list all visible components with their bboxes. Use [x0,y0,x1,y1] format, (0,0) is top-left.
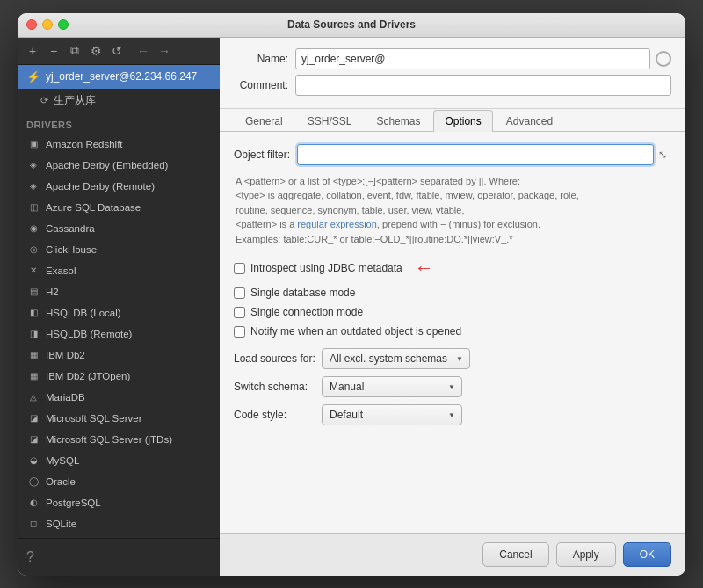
switch-schema-label: Switch schema: [234,381,322,393]
driver-item[interactable]: ✕Exasol [18,260,220,281]
driver-icon: ▣ [26,137,40,151]
tab-schemas[interactable]: Schemas [365,110,431,132]
driver-item[interactable]: ◐PostgreSQL [18,492,220,513]
tab-advanced[interactable]: Advanced [495,110,564,132]
object-filter-label: Object filter: [234,149,290,161]
driver-icon: ◨ [26,327,40,341]
sub-connection-item[interactable]: ⟳ 生产从库 [18,89,220,113]
single-conn-checkbox[interactable] [234,307,245,318]
single-db-label: Single database mode [250,287,355,299]
tab-ssh-ssl[interactable]: SSH/SSL [296,110,364,132]
help-button[interactable]: ? [18,542,220,572]
driver-item[interactable]: ◪Microsoft SQL Server [18,408,220,429]
dialog-window: Data Sources and Drivers + − ⧉ ⚙ ↺ ← → ⚡… [18,13,685,576]
maximize-button[interactable] [58,19,69,30]
driver-icon: ✕ [26,264,40,278]
notify-outdated-checkbox[interactable] [234,326,245,338]
tab-general[interactable]: General [234,110,294,132]
driver-icon: ◯ [26,475,40,489]
tabs-bar: General SSH/SSL Schemas Options Advanced [220,109,685,132]
driver-item[interactable]: ◈Apache Derby (Embedded) [18,155,220,176]
ok-button[interactable]: OK [623,542,671,567]
driver-item[interactable]: ▣Amazon Redshift [18,134,220,155]
driver-item[interactable]: ◉Cassandra [18,218,220,239]
close-button[interactable] [26,19,37,30]
regex-link[interactable]: regular expression [297,219,377,229]
introspect-jdbc-checkbox[interactable] [234,263,245,274]
name-row: Name: [234,48,671,69]
single-db-row: Single database mode [234,287,671,299]
tab-options[interactable]: Options [433,110,492,132]
sidebar-toolbar: + − ⧉ ⚙ ↺ ← → [18,38,220,65]
driver-name: IBM Db2 [46,350,85,360]
driver-icon: ◎ [26,243,40,257]
driver-name: PostgreSQL [46,497,101,508]
load-sources-select[interactable]: All excl. system schemas All Current sch… [322,348,470,369]
main-content: + − ⧉ ⚙ ↺ ← → ⚡ yj_order_server@62.234.6… [18,38,685,576]
driver-name: ClickHouse [46,244,97,255]
duplicate-connection-button[interactable]: ⧉ [65,41,84,61]
driver-name: Apache Derby (Remote) [46,181,155,192]
driver-item[interactable]: ◨HSQLDB (Remote) [18,323,220,345]
remove-connection-button[interactable]: − [44,41,63,61]
apply-button[interactable]: Apply [556,542,616,567]
driver-icon: ▤ [26,285,40,299]
introspect-jdbc-label: Introspect using JDBC metadata [250,262,402,274]
driver-icon: ◈ [26,158,40,172]
driver-icon: ▦ [26,369,40,383]
driver-name: Azure SQL Database [46,202,141,213]
driver-icon: ▦ [26,348,40,362]
refresh-button[interactable]: ↺ [107,41,127,61]
driver-item[interactable]: ◒MySQL [18,450,220,471]
driver-name: HSQLDB (Remote) [46,329,132,339]
driver-item[interactable]: ◪Microsoft SQL Server (jTDs) [18,429,220,450]
driver-item[interactable]: ▦IBM Db2 (JTOpen) [18,366,220,387]
nav-buttons: ← → [134,42,174,60]
back-button[interactable]: ← [134,42,153,60]
load-sources-dropdown-wrap: All excl. system schemas All Current sch… [322,348,470,369]
driver-name: HSQLDB (Local) [46,308,121,318]
add-connection-button[interactable]: + [23,41,42,61]
driver-item[interactable]: ◫Azure SQL Database [18,197,220,218]
driver-item[interactable]: ◎ClickHouse [18,239,220,260]
forward-button[interactable]: → [155,42,174,60]
connection-form-top: Name: Comment: [220,38,685,109]
comment-row: Comment: [234,75,671,96]
driver-name: Exasol [46,265,76,276]
driver-item[interactable]: ◧HSQLDB (Local) [18,302,220,323]
notify-outdated-row: Notify me when an outdated object is ope… [234,325,671,338]
code-style-select[interactable]: Default Custom [322,404,462,425]
driver-item[interactable]: ◬MariaDB [18,387,220,408]
bottom-bar: Cancel Apply OK [220,533,685,576]
driver-icon: ◧ [26,306,40,320]
checkboxes-section: Introspect using JDBC metadata ← Single … [234,257,671,338]
selected-connection[interactable]: ⚡ yj_order_server@62.234.66.247 [18,65,220,89]
single-db-checkbox[interactable] [234,287,245,299]
switch-schema-select[interactable]: Manual Automatic [322,376,462,397]
driver-icon: ◫ [26,200,40,214]
filter-expand-button[interactable]: ⤡ [654,145,671,164]
object-filter-input[interactable] [297,144,654,165]
settings-button[interactable]: ⚙ [86,41,105,61]
status-indicator [656,51,671,67]
driver-item[interactable]: ◯Oracle [18,471,220,492]
driver-name: MariaDB [46,392,85,403]
driver-item[interactable]: ◈Apache Derby (Remote) [18,176,220,197]
name-input[interactable] [295,48,650,69]
driver-name: H2 [46,287,59,297]
help-line-1: A <pattern> or a list of <type>:[−]<patt… [236,176,520,186]
minimize-button[interactable] [42,19,53,30]
cancel-button[interactable]: Cancel [482,542,548,567]
driver-item[interactable]: ▦IBM Db2 [18,345,220,366]
comment-input[interactable] [295,75,671,96]
driver-name: Oracle [46,476,76,487]
switch-schema-dropdown-wrap: Manual Automatic [322,376,462,397]
comment-label: Comment: [234,79,295,91]
drivers-header: Drivers [18,113,220,134]
driver-item[interactable]: ▤H2 [18,281,220,302]
name-input-wrap [295,48,671,69]
driver-name: MySQL [46,455,79,466]
driver-item[interactable]: ◻SQLite [18,513,220,534]
driver-name: IBM Db2 (JTOpen) [46,371,130,381]
sidebar: + − ⧉ ⚙ ↺ ← → ⚡ yj_order_server@62.234.6… [18,38,220,576]
